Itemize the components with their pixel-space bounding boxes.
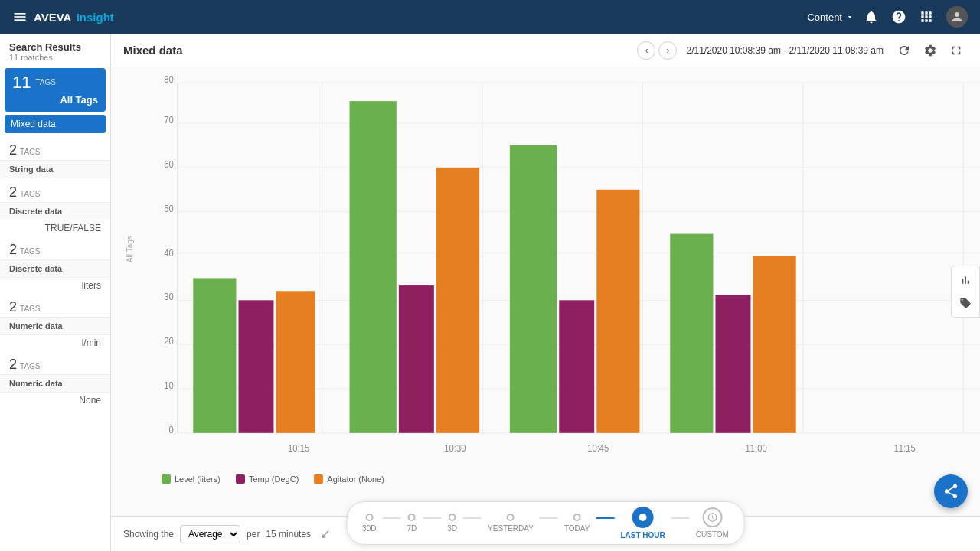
bar-group4-orange bbox=[753, 256, 796, 433]
tag-button[interactable] bbox=[955, 292, 976, 314]
trs-today-dot bbox=[573, 514, 581, 521]
bell-icon[interactable] bbox=[864, 9, 879, 24]
lmin-item[interactable]: l/min bbox=[0, 335, 110, 350]
legend-agitator-label: Agitator (None) bbox=[327, 474, 384, 484]
none-group-header: 2 TAGS bbox=[0, 354, 110, 374]
legend-level: Level (liters) bbox=[162, 474, 220, 484]
trs-custom-label: CUSTOM bbox=[696, 530, 729, 539]
help-icon[interactable] bbox=[891, 9, 906, 24]
trs-custom[interactable]: CUSTOM bbox=[690, 506, 735, 540]
tag-icon bbox=[959, 297, 972, 309]
truefalse-item[interactable]: TRUE/FALSE bbox=[0, 220, 110, 236]
string-group-header: 2 TAGS bbox=[0, 139, 110, 160]
trs-last-hour-label: LAST HOUR bbox=[620, 531, 665, 540]
time-back-button[interactable]: ‹ bbox=[637, 41, 655, 60]
content-header: Mixed data ‹ › 2/11/2020 10:08:39 am - 2… bbox=[111, 34, 980, 67]
string-tag-label: TAGS bbox=[20, 148, 40, 156]
menu-icon[interactable] bbox=[12, 9, 28, 24]
mixed-data-item[interactable]: Mixed data bbox=[5, 115, 106, 133]
cursor-indicator: ↙ bbox=[320, 527, 330, 541]
sidebar-matches: 11 matches bbox=[9, 53, 101, 62]
legend-agitator: Agitator (None) bbox=[314, 474, 384, 484]
svg-text:30: 30 bbox=[164, 291, 174, 302]
svg-text:50: 50 bbox=[164, 203, 174, 214]
trs-7d-dot bbox=[408, 514, 416, 521]
main-content: Mixed data ‹ › 2/11/2020 10:08:39 am - 2… bbox=[111, 34, 980, 551]
bar-chart-icon bbox=[959, 274, 972, 286]
time-range-selector: 30D 7D 3D YESTERDAY bbox=[346, 501, 745, 545]
per-label: per bbox=[247, 529, 260, 540]
svg-text:10:30: 10:30 bbox=[444, 442, 466, 454]
svg-text:10:15: 10:15 bbox=[288, 442, 309, 454]
share-icon bbox=[942, 483, 959, 500]
chart-type-button[interactable] bbox=[955, 269, 976, 291]
nav-icons bbox=[864, 6, 968, 28]
expand-button[interactable] bbox=[945, 39, 968, 62]
trs-3d-dot bbox=[449, 514, 456, 521]
brand-logo: AVEVA Insight bbox=[12, 9, 798, 24]
bar-group2-red bbox=[399, 285, 434, 433]
truefalse-count: 2 bbox=[9, 184, 17, 201]
clock-icon bbox=[707, 512, 717, 523]
trs-30d[interactable]: 30D bbox=[356, 512, 382, 534]
main-layout: Search Results 11 matches 11 TAGS All Ta… bbox=[0, 34, 980, 551]
trs-yesterday-dot bbox=[507, 514, 514, 521]
content-dropdown[interactable]: Content bbox=[807, 11, 854, 23]
trs-today[interactable]: TODAY bbox=[558, 512, 596, 534]
right-panel bbox=[951, 266, 980, 318]
settings-button[interactable] bbox=[919, 39, 942, 62]
bar-group2-green bbox=[350, 101, 397, 433]
trs-7d[interactable]: 7D bbox=[400, 512, 423, 534]
bar-group4-red bbox=[716, 295, 751, 433]
average-select[interactable]: Average bbox=[180, 525, 240, 543]
trs-3d[interactable]: 3D bbox=[441, 512, 463, 534]
string-data-header: String data bbox=[0, 160, 110, 178]
showing-label: Showing the bbox=[123, 529, 174, 540]
chart-area: All Tags 0 10 20 30 40 50 bbox=[111, 67, 980, 516]
share-fab[interactable] bbox=[934, 474, 968, 508]
all-tags-block[interactable]: 11 TAGS All Tags bbox=[5, 68, 106, 112]
avatar[interactable] bbox=[946, 6, 968, 28]
all-tags-label: All Tags bbox=[12, 94, 98, 106]
none-item[interactable]: None bbox=[0, 393, 110, 408]
legend-agitator-color bbox=[314, 474, 323, 484]
liters-item[interactable]: liters bbox=[0, 278, 110, 293]
trs-today-label: TODAY bbox=[564, 524, 590, 533]
liters-count: 2 bbox=[9, 242, 17, 258]
discrete-data-header-1: Discrete data bbox=[0, 202, 110, 220]
lmin-tag-label: TAGS bbox=[20, 305, 40, 313]
refresh-button[interactable] bbox=[893, 39, 916, 62]
sidebar-group-lmin: 2 TAGS Numeric data l/min bbox=[0, 296, 110, 350]
trs-3d-label: 3D bbox=[447, 524, 457, 533]
chart-svg: 0 10 20 30 40 50 60 70 80 bbox=[146, 73, 980, 470]
bar-group1-red bbox=[239, 300, 274, 432]
chart-legend: Level (liters) Temp (DegC) Agitator (Non… bbox=[123, 470, 968, 485]
grid-icon[interactable] bbox=[919, 9, 934, 24]
sidebar-group-truefalse: 2 TAGS Discrete data TRUE/FALSE bbox=[0, 181, 110, 236]
time-forward-button[interactable]: › bbox=[658, 41, 677, 60]
bar-group2-orange bbox=[436, 168, 479, 433]
svg-text:40: 40 bbox=[164, 247, 174, 259]
numeric-data-header-2: Numeric data bbox=[0, 374, 110, 393]
trs-custom-dot bbox=[702, 507, 722, 527]
trs-7d-label: 7D bbox=[407, 524, 416, 533]
trs-yesterday-label: YESTERDAY bbox=[488, 524, 534, 533]
sidebar-header: Search Results 11 matches bbox=[0, 34, 110, 65]
bottom-bar: Showing the Average per 15 minutes ↙ 30D… bbox=[111, 516, 980, 551]
discrete-data-header-2: Discrete data bbox=[0, 259, 110, 278]
trs-line-4 bbox=[540, 517, 558, 519]
sidebar: Search Results 11 matches 11 TAGS All Ta… bbox=[0, 34, 111, 551]
trs-last-hour-dot bbox=[632, 507, 654, 528]
bar-group3-red bbox=[559, 300, 594, 432]
truefalse-tag-label: TAGS bbox=[20, 190, 40, 198]
truefalse-group-header: 2 TAGS bbox=[0, 181, 110, 202]
bar-group1-orange bbox=[276, 291, 315, 433]
none-count: 2 bbox=[9, 357, 17, 373]
trs-yesterday[interactable]: YESTERDAY bbox=[482, 512, 540, 534]
legend-temp: Temp (DegC) bbox=[236, 474, 299, 484]
svg-rect-1 bbox=[15, 16, 26, 18]
trs-line-2 bbox=[423, 517, 441, 519]
trs-last-hour[interactable]: LAST HOUR bbox=[614, 505, 671, 541]
legend-temp-label: Temp (DegC) bbox=[249, 474, 299, 484]
y-axis-label: All Tags bbox=[126, 236, 134, 262]
